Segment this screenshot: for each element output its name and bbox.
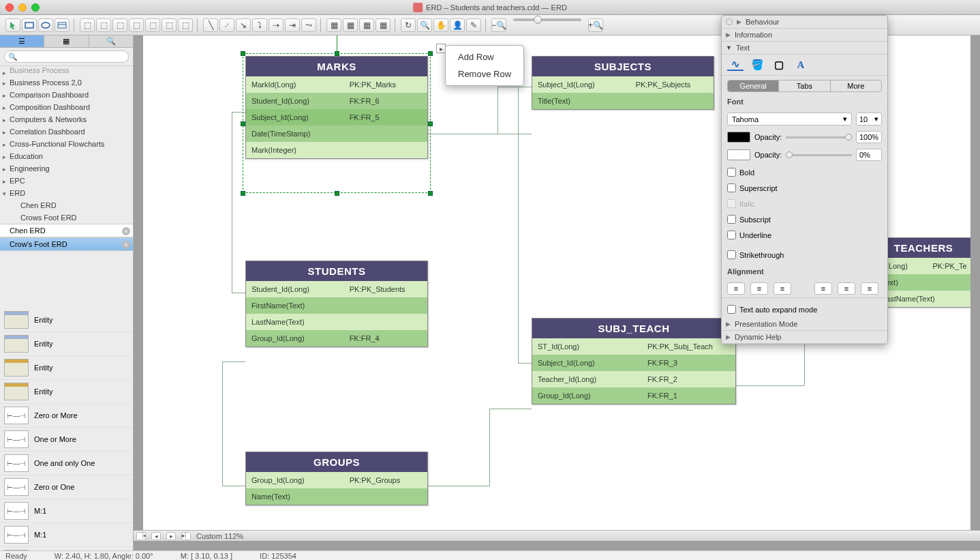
text-tool[interactable] — [55, 18, 70, 32]
strike-check[interactable] — [727, 250, 736, 259]
align-tool-7[interactable]: ⬚ — [178, 18, 193, 32]
entity-students[interactable]: STUDENTS Student_Id(Long)PK:PK_Students … — [245, 261, 428, 347]
fill-icon[interactable]: 🪣 — [749, 59, 765, 71]
library-search-input[interactable] — [4, 50, 129, 63]
align-tool-4[interactable]: ⬚ — [129, 18, 144, 32]
align-tool-2[interactable]: ⬚ — [96, 18, 111, 32]
panel-tab-tree[interactable]: ☰ — [0, 35, 44, 47]
super-check[interactable] — [727, 183, 736, 192]
conn-tool-5[interactable]: ⤳ — [301, 18, 316, 32]
ellipse-tool[interactable] — [38, 18, 53, 32]
rotate-tool[interactable]: ↻ — [401, 18, 416, 32]
stencil-item[interactable]: Entity — [0, 332, 133, 356]
valign-bot[interactable]: ≡ — [861, 282, 878, 295]
bg-color[interactable] — [727, 149, 750, 160]
group-tool-2[interactable]: ▦ — [343, 18, 358, 32]
align-left-tool[interactable]: ⬚ — [80, 18, 95, 32]
entity-subjects[interactable]: SUBJECTS Subject_Id(Long)PK:PK_Subjects … — [532, 56, 714, 110]
page-first[interactable]: ⎹◂ — [136, 532, 146, 540]
align-right[interactable]: ≡ — [774, 282, 791, 295]
panel-tab-search[interactable]: 🔍 — [89, 35, 133, 47]
valign-top[interactable]: ≡ — [814, 282, 832, 295]
group-tool-4[interactable]: ▦ — [376, 18, 391, 32]
open-library-crowsfoot[interactable]: Crow's Foot ERD× — [0, 237, 133, 251]
opacity-1[interactable]: 100% — [856, 131, 882, 143]
tree-item[interactable]: ▸EPC — [0, 175, 133, 187]
stencil-list[interactable]: EntityEntityEntityEntity⊢—⊣Zero or More⊢… — [0, 308, 133, 550]
stencil-item[interactable]: ⊢—⊣One and only One — [0, 452, 133, 475]
conn-tool-3[interactable]: ⇢ — [269, 18, 284, 32]
align-center[interactable]: ≡ — [750, 282, 768, 295]
font-select[interactable]: Tahoma▾ — [727, 113, 852, 126]
people-tool[interactable]: 👤 — [450, 18, 465, 32]
stencil-item[interactable]: ⊢—⊣M:1 — [0, 523, 133, 547]
stencil-item[interactable]: ⊢—⊣Zero or One — [0, 475, 133, 499]
underline-check[interactable] — [727, 231, 736, 239]
shadow-icon[interactable]: ▢ — [771, 59, 787, 71]
stencil-item[interactable]: Entity — [0, 356, 133, 380]
align-left[interactable]: ≡ — [727, 282, 745, 295]
page-prev[interactable]: ◂ — [151, 532, 161, 540]
conn-tool-2[interactable]: ⤵ — [252, 18, 267, 32]
arc-tool[interactable]: ⟋ — [219, 18, 234, 32]
text-color[interactable] — [727, 132, 750, 143]
valign-mid[interactable]: ≡ — [838, 282, 855, 295]
align-tool-3[interactable]: ⬚ — [112, 18, 127, 32]
group-tool-1[interactable]: ▦ — [326, 18, 341, 32]
inspector-tabs[interactable]: General Tabs More — [727, 80, 882, 92]
entity-groups[interactable]: GROUPS Group_Id(Long)PK:PK_Groups Name(T… — [245, 452, 428, 505]
hand-tool[interactable]: ✋ — [433, 18, 448, 32]
entity-teachers[interactable]: TEACHERS d(Long)PK:PK_Te Text) LastName(… — [876, 237, 970, 308]
entity-subj-teach[interactable]: SUBJ_TEACH ST_Id(Long)PK:PK_Subj_Teach S… — [532, 318, 736, 404]
auto-expand-check[interactable] — [727, 305, 736, 314]
opacity-2[interactable]: 0% — [856, 149, 882, 161]
conn-tool-4[interactable]: ⇥ — [285, 18, 300, 32]
close-icon[interactable]: × — [122, 227, 130, 235]
eyedrop-tool[interactable]: ✎ — [466, 18, 481, 32]
tree-item[interactable]: ▸Engineering — [0, 162, 133, 175]
font-icon[interactable]: A — [793, 59, 809, 71]
entity-marks[interactable]: MARKS MarkId(Long)PK:PK_Marks Student_Id… — [245, 56, 428, 159]
page-next[interactable]: ▸ — [166, 532, 176, 540]
close-button[interactable] — [5, 3, 14, 12]
tree-item-crowsfoot[interactable]: Crows Foot ERD — [0, 211, 133, 224]
magnify-tool[interactable]: 🔍 — [417, 18, 432, 32]
stencil-item[interactable]: Entity — [0, 308, 133, 332]
text-style-icon[interactable]: ∿ — [727, 59, 744, 71]
bold-check[interactable] — [727, 168, 736, 177]
tree-item[interactable]: ▸Education — [0, 150, 133, 162]
align-tool-6[interactable]: ⬚ — [162, 18, 177, 32]
align-tool-5[interactable]: ⬚ — [145, 18, 160, 32]
open-library-chen[interactable]: Chen ERD× — [0, 224, 133, 237]
font-size-select[interactable]: 10▾ — [856, 113, 882, 126]
menu-item-add-row[interactable]: Add Row — [446, 48, 523, 65]
panel-tab-grid[interactable]: ▦ — [44, 35, 89, 47]
line-tool[interactable]: ╲ — [203, 18, 218, 32]
tree-item[interactable]: ▸Comparison Dashboard — [0, 89, 133, 101]
tree-item-chen[interactable]: Chen ERD — [0, 199, 133, 211]
page-last[interactable]: ▸⎸ — [181, 532, 191, 540]
tree-item[interactable]: ▸Business Process — [0, 66, 133, 76]
zoom-out[interactable]: −🔍 — [491, 18, 506, 32]
tree-item-erd[interactable]: ▾ERD — [0, 187, 133, 199]
menu-item-remove-row[interactable]: Remove Row — [446, 65, 523, 83]
tree-item[interactable]: ▸Cross-Functional Flowcharts — [0, 138, 133, 150]
sub-check[interactable] — [727, 215, 736, 224]
inspector-panel[interactable]: ▶Behaviour ▶Information ▼Text ∿ 🪣 ▢ A Ge… — [721, 15, 888, 344]
stencil-item[interactable]: ⊢—⊣Zero or More — [0, 404, 133, 428]
tree-item[interactable]: ▸Correlation Dashboard — [0, 126, 133, 138]
entity-action-button[interactable]: ▸ — [436, 44, 446, 53]
zoom-readout[interactable]: Custom 112% — [196, 532, 243, 540]
rect-tool[interactable] — [22, 18, 37, 32]
zoom-slider[interactable] — [513, 18, 581, 21]
group-tool-3[interactable]: ▦ — [359, 18, 374, 32]
stencil-item[interactable]: Entity — [0, 380, 133, 404]
stencil-item[interactable]: ⊢—⊣M:1 — [0, 499, 133, 523]
zoom-in[interactable]: +🔍 — [588, 18, 603, 32]
tree-item[interactable]: ▸Composition Dashboard — [0, 101, 133, 113]
zoom-button[interactable] — [31, 3, 40, 12]
tree-item[interactable]: ▸Business Process 2,0 — [0, 76, 133, 89]
library-tree[interactable]: ▸Business Process ▸Business Process 2,0 … — [0, 66, 133, 308]
conn-tool-1[interactable]: ↘ — [236, 18, 251, 32]
minimize-button[interactable] — [18, 3, 27, 12]
